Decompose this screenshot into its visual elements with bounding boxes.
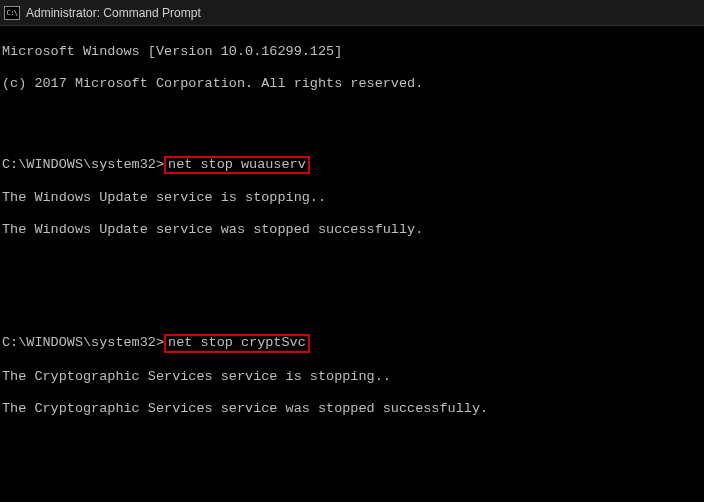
cmd-icon: C:\ xyxy=(4,6,20,20)
command-line-1: C:\WINDOWS\system32>net stop wuauserv xyxy=(2,156,702,175)
prompt: C:\WINDOWS\system32> xyxy=(2,335,164,350)
output-line: The Windows Update service was stopped s… xyxy=(2,222,702,238)
window-titlebar[interactable]: C:\ Administrator: Command Prompt xyxy=(0,0,704,26)
blank-line xyxy=(2,433,702,449)
prompt: C:\WINDOWS\system32> xyxy=(2,157,164,172)
highlighted-command: net stop wuauserv xyxy=(164,156,310,175)
blank-line xyxy=(2,108,702,124)
terminal-output[interactable]: Microsoft Windows [Version 10.0.16299.12… xyxy=(0,26,704,502)
blank-line xyxy=(2,286,702,302)
output-line: The Windows Update service is stopping.. xyxy=(2,190,702,206)
window-title: Administrator: Command Prompt xyxy=(26,6,201,20)
blank-line xyxy=(2,254,702,270)
output-line: The Cryptographic Services service is st… xyxy=(2,369,702,385)
highlighted-command: net stop cryptSvc xyxy=(164,334,310,353)
command-line-2: C:\WINDOWS\system32>net stop cryptSvc xyxy=(2,334,702,353)
version-line: Microsoft Windows [Version 10.0.16299.12… xyxy=(2,44,702,60)
output-line: The Cryptographic Services service was s… xyxy=(2,401,702,417)
blank-line xyxy=(2,465,702,481)
copyright-line: (c) 2017 Microsoft Corporation. All righ… xyxy=(2,76,702,92)
